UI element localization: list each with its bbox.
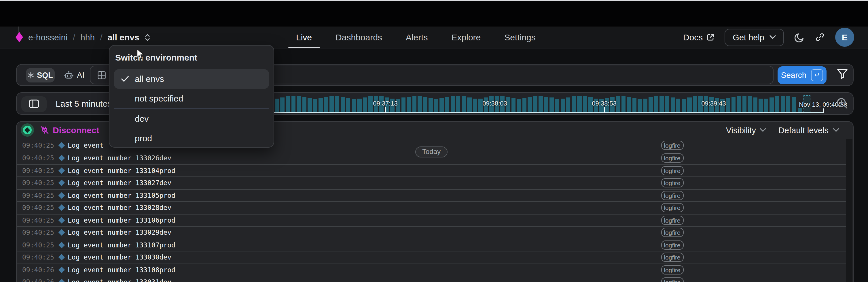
log-row[interactable]: 09:40:25 Log event number 133028dev logf… [17,201,846,214]
checkmark-icon [121,75,129,82]
timeline-tick-label: 09:37:13 [373,100,398,107]
docs-label: Docs [683,32,703,42]
log-diamond-icon [58,229,65,236]
scope-badge: logfire [661,166,683,175]
today-pill: Today [415,146,447,157]
ai-assist-button[interactable]: AI [64,68,84,82]
filter-funnel-icon[interactable] [837,68,847,79]
log-message: Log event number 133106prod [68,216,175,224]
log-timestamp: 09:40:25 [22,216,54,224]
nav-tabs: Live Dashboards Alerts Explore Settings [296,27,536,48]
sql-label: SQL [37,71,53,80]
disconnect-label: Disconnect [53,125,99,135]
menu-item-all-envs[interactable]: all envs [114,69,269,88]
search-button-label: Search [781,70,807,80]
menu-item-prod[interactable]: prod [114,128,269,148]
top-black-bar [0,1,868,27]
log-message: Log event number 133026dev [68,154,172,162]
log-timestamp: 09:40:26 [22,278,54,282]
log-message: Log event number 133027dev [68,179,172,187]
scope-badge: logfire [661,141,683,150]
log-row[interactable]: 09:40:25 Log event number 133106prod log… [17,214,846,226]
header-actions: Docs Get help E [683,27,854,48]
log-row[interactable]: 09:40:26 Log event number 133031dev logf… [17,276,846,282]
menu-item-dev[interactable]: dev [114,109,269,128]
live-view-controls: Visibility Default levels [726,121,839,139]
copy-link-icon[interactable] [815,32,825,42]
mouse-cursor [136,49,145,60]
user-avatar[interactable]: E [835,28,854,47]
asterisk-icon [28,72,34,79]
log-diamond-icon [58,155,65,162]
log-row[interactable]: 09:40:25 Log event number 133107prod log… [17,238,846,251]
breadcrumb-org[interactable]: e-hosseini [28,32,68,42]
menu-item-not-specified[interactable]: not specified [114,88,269,108]
log-message: Log event number 133031dev [68,278,172,282]
scope-badge: logfire [661,178,683,188]
search-button[interactable]: Search ↵ [778,66,827,84]
log-diamond-icon [58,142,65,149]
plug-slash-icon [40,126,49,135]
environment-menu: Switch environment all envs not specifie… [109,45,274,148]
log-timestamp: 09:40:25 [22,167,54,175]
log-row[interactable]: 09:40:25 Log event number 133030dev logf… [17,251,846,263]
log-timestamp: 09:40:25 [22,229,54,237]
menu-item-label: not specified [135,93,183,103]
log-timestamp: 09:40:25 [22,141,54,149]
tab-live[interactable]: Live [296,27,312,48]
log-rows: 09:40:25 Log event logfire 09:40:25 Log … [17,139,846,282]
log-timestamp: 09:40:25 [22,204,54,212]
tab-alerts[interactable]: Alerts [406,27,428,48]
scope-badge: logfire [661,228,683,237]
log-message: Log event number 133105prod [68,192,175,200]
theme-moon-icon[interactable] [794,32,805,43]
tab-settings[interactable]: Settings [504,27,535,48]
side-panel-toggle-button[interactable] [21,96,46,112]
logfire-app: e-hosseini / hhh / all envs Live Dashboa… [0,0,868,282]
menu-item-label: prod [135,133,152,143]
log-row[interactable]: 09:40:25 Log event number 133104prod log… [17,164,846,176]
scrollbar-gutter[interactable] [846,139,852,282]
zoom-in-icon[interactable] [836,97,848,110]
breadcrumb-separator: / [100,32,102,42]
log-timestamp: 09:40:25 [22,253,54,261]
log-row[interactable]: 09:40:25 Log event number 133105prod log… [17,189,846,201]
tab-dashboards[interactable]: Dashboards [336,27,382,48]
get-help-button[interactable]: Get help [724,29,784,46]
scope-badge: logfire [661,216,683,225]
log-row[interactable]: 09:40:25 Log event number 133027dev logf… [17,176,846,189]
log-diamond-icon [58,279,65,282]
scope-badge: logfire [661,203,683,213]
log-message: Log event number 133107prod [68,241,175,249]
updown-chevron-icon[interactable] [145,33,150,42]
ai-label: AI [77,70,84,80]
default-levels-label: Default levels [778,126,829,135]
sql-mode-button[interactable]: SQL [26,68,55,82]
log-message: Log event number 133104prod [68,167,175,175]
log-timestamp: 09:40:25 [22,179,54,187]
breadcrumb: e-hosseini / hhh / all envs [16,27,150,48]
default-levels-dropdown[interactable]: Default levels [778,126,839,135]
menu-divider [114,108,269,109]
scope-badge: logfire [661,265,683,275]
docs-link[interactable]: Docs [683,32,714,42]
log-diamond-icon [58,266,65,273]
tab-explore[interactable]: Explore [452,27,481,48]
environment-selector[interactable]: all envs [108,32,140,42]
chevron-down-icon [770,35,776,39]
scope-badge: logfire [661,253,683,262]
log-diamond-icon [58,167,65,174]
visibility-label: Visibility [726,126,756,135]
logfire-logo-icon[interactable] [16,32,23,43]
breadcrumb-project[interactable]: hhh [80,32,95,42]
visibility-dropdown[interactable]: Visibility [726,126,766,135]
live-status-indicator [21,123,34,137]
log-diamond-icon [58,217,65,223]
time-range-label: Last 5 minutes [56,98,112,108]
disconnect-button[interactable]: Disconnect [40,121,99,139]
log-timestamp: 09:40:26 [22,266,54,274]
log-message: Log event number 133028dev [68,204,172,212]
log-message: Log event number 133030dev [68,253,172,261]
log-row[interactable]: 09:40:25 Log event number 133029dev logf… [17,226,846,238]
log-row[interactable]: 09:40:26 Log event number 133108prod log… [17,263,846,276]
